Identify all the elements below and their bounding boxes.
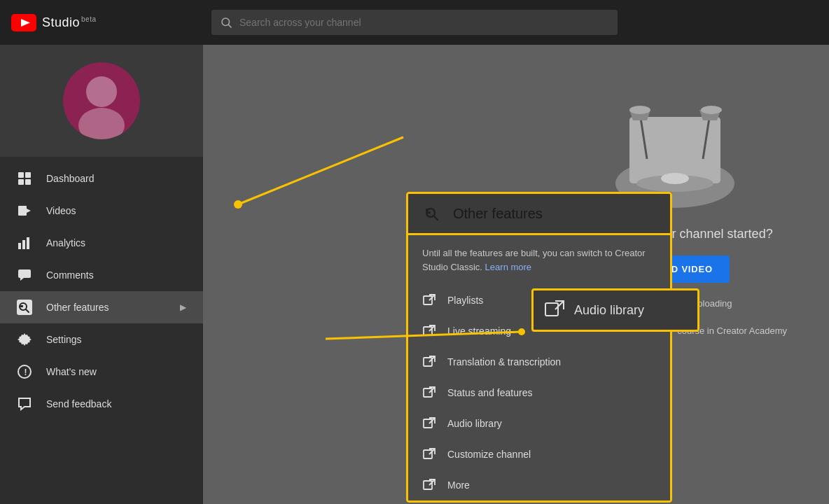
dropdown-header-icon xyxy=(422,204,442,223)
svg-rect-41 xyxy=(424,481,432,489)
svg-line-58 xyxy=(555,301,564,309)
svg-rect-29 xyxy=(424,296,432,304)
svg-point-4 xyxy=(86,76,117,107)
sidebar-item-settings[interactable]: Settings xyxy=(0,323,203,356)
svg-rect-33 xyxy=(424,358,432,366)
external-link-icon xyxy=(422,416,436,430)
svg-rect-8 xyxy=(18,179,24,185)
dropdown-item-label-live: Live streaming xyxy=(447,326,511,337)
svg-rect-14 xyxy=(27,237,29,249)
sidebar-label-send-feedback: Send feedback xyxy=(46,398,186,410)
analytics-icon xyxy=(17,235,32,251)
sidebar-item-send-feedback[interactable]: Send feedback xyxy=(0,388,203,420)
sidebar-label-whats-new: What's new xyxy=(46,366,186,377)
sidebar-label-analytics: Analytics xyxy=(46,237,186,248)
external-link-icon xyxy=(422,447,436,461)
main-layout: Dashboard Videos xyxy=(0,45,829,504)
dropdown-item-audio-library[interactable]: Audio library xyxy=(408,408,670,439)
search-input[interactable] xyxy=(239,17,609,28)
topbar: Studiobeta xyxy=(0,0,829,45)
svg-point-5 xyxy=(78,108,125,139)
dropdown-header-label: Other features xyxy=(453,206,543,222)
chevron-right-icon: ▶ xyxy=(180,302,186,312)
sidebar-item-analytics[interactable]: Analytics xyxy=(0,227,203,259)
dropdown-item-status-features[interactable]: Status and features xyxy=(408,377,670,408)
svg-point-2 xyxy=(222,18,230,26)
avatar-area xyxy=(0,45,203,157)
dropdown-info-text: Until all the features are built, you ca… xyxy=(422,248,646,272)
sidebar-label-other-features: Other features xyxy=(46,302,166,313)
dropdown-item-label-playlists: Playlists xyxy=(447,295,483,306)
svg-rect-37 xyxy=(424,419,432,428)
logo-area: Studiobeta xyxy=(11,14,97,31)
dropdown-item-label-customize: Customize channel xyxy=(447,449,531,460)
sidebar-label-dashboard: Dashboard xyxy=(46,173,186,184)
feedback-icon xyxy=(17,396,32,412)
svg-rect-15 xyxy=(18,270,31,278)
svg-line-3 xyxy=(228,24,231,27)
sidebar-item-whats-new[interactable]: ! What's new xyxy=(0,356,203,388)
svg-rect-6 xyxy=(18,172,24,178)
dropdown-header: Other features xyxy=(406,192,672,235)
search-icon xyxy=(220,16,232,29)
grid-icon xyxy=(17,171,32,186)
sidebar-item-videos[interactable]: Videos xyxy=(0,195,203,227)
sidebar-label-settings: Settings xyxy=(46,334,186,345)
dropdown-item-more[interactable]: More xyxy=(408,470,670,500)
svg-rect-20 xyxy=(20,305,23,307)
sidebar: Dashboard Videos xyxy=(0,45,203,504)
learn-more-link[interactable]: Learn more xyxy=(485,262,531,272)
dropdown-info: Until all the features are built, you ca… xyxy=(406,235,672,285)
svg-rect-9 xyxy=(25,179,31,185)
svg-rect-13 xyxy=(22,240,25,249)
svg-line-60 xyxy=(238,137,403,204)
external-link-icon xyxy=(422,355,436,369)
svg-point-48 xyxy=(629,106,650,114)
svg-rect-27 xyxy=(427,211,431,214)
svg-marker-16 xyxy=(20,278,24,281)
dropdown-item-label-translation: Translation & transcription xyxy=(447,356,561,368)
svg-point-51 xyxy=(701,106,722,114)
svg-text:!: ! xyxy=(25,368,27,377)
search-bar[interactable] xyxy=(211,10,618,35)
svg-rect-12 xyxy=(18,243,21,249)
audio-callout-box: Audio library xyxy=(531,288,699,332)
sidebar-item-comments[interactable]: Comments xyxy=(0,259,203,291)
gear-icon xyxy=(17,332,32,347)
avatar xyxy=(63,62,140,139)
external-link-icon xyxy=(422,478,436,492)
sidebar-item-other-features[interactable]: Other features ▶ xyxy=(0,291,203,323)
alert-icon: ! xyxy=(17,364,32,379)
sidebar-item-dashboard[interactable]: Dashboard xyxy=(0,162,203,195)
dropdown-panel: Other features Until all the features ar… xyxy=(406,192,672,503)
dropdown-item-label-status: Status and features xyxy=(447,387,532,398)
external-link-icon xyxy=(422,386,436,400)
sidebar-nav: Dashboard Videos xyxy=(0,157,203,426)
dropdown-item-customize-channel[interactable]: Customize channel xyxy=(408,439,670,470)
audio-callout-icon xyxy=(545,300,564,320)
other-features-icon xyxy=(17,300,32,315)
content-area: Other features Until all the features ar… xyxy=(203,45,829,504)
avatar-icon xyxy=(63,62,140,139)
sidebar-label-comments: Comments xyxy=(46,270,186,281)
dropdown-item-label-audio: Audio library xyxy=(447,418,502,429)
svg-point-52 xyxy=(661,173,689,184)
studio-label: Studiobeta xyxy=(42,15,97,30)
external-link-icon xyxy=(422,324,436,338)
comments-icon xyxy=(17,267,32,283)
svg-rect-7 xyxy=(25,172,31,178)
dropdown-item-label-more: More xyxy=(447,479,470,491)
svg-rect-10 xyxy=(18,206,27,216)
external-link-icon xyxy=(422,293,436,307)
audio-callout-label: Audio library xyxy=(574,303,644,318)
svg-rect-35 xyxy=(424,388,432,397)
dropdown-item-translation[interactable]: Translation & transcription xyxy=(408,346,670,377)
svg-marker-11 xyxy=(27,209,31,213)
svg-rect-24 xyxy=(422,204,442,223)
svg-point-59 xyxy=(234,200,242,209)
svg-rect-28 xyxy=(426,209,428,211)
video-icon xyxy=(17,203,32,218)
sidebar-label-videos: Videos xyxy=(46,205,186,216)
svg-rect-31 xyxy=(424,327,432,335)
svg-rect-39 xyxy=(424,450,432,458)
